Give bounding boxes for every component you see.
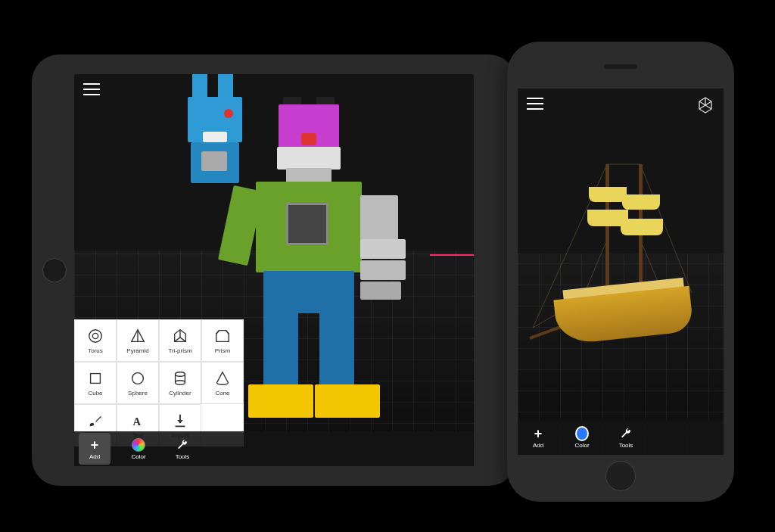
prism-icon bbox=[214, 328, 231, 344]
torus-icon bbox=[87, 328, 104, 344]
cylinder-icon bbox=[172, 370, 188, 387]
cone-icon bbox=[214, 370, 231, 387]
shape-triprism[interactable]: Tri-prism bbox=[159, 319, 201, 362]
shape-label: Cube bbox=[88, 390, 102, 397]
pyramid-icon bbox=[129, 328, 146, 344]
tablet-screen: Torus Pyramid Tri-prism Prism Cube Spher… bbox=[74, 74, 474, 466]
tool-label: Add bbox=[533, 442, 543, 449]
text-icon: A bbox=[129, 412, 146, 429]
import-icon bbox=[172, 412, 188, 429]
shape-sphere[interactable]: Sphere bbox=[117, 362, 159, 404]
color-button[interactable]: Color bbox=[566, 422, 598, 453]
svg-rect-2 bbox=[91, 373, 101, 383]
shape-cube[interactable]: Cube bbox=[74, 362, 117, 404]
app-logo-icon[interactable] bbox=[696, 96, 714, 114]
shape-cylinder[interactable]: Cylinder bbox=[159, 362, 201, 404]
shape-label: Tri-prism bbox=[168, 347, 191, 354]
plus-icon: + bbox=[531, 427, 545, 440]
add-button[interactable]: + Add bbox=[79, 433, 110, 465]
shape-label: Cylinder bbox=[169, 390, 191, 397]
tools-button[interactable]: Tools bbox=[167, 433, 198, 465]
shape-label: Pyramid bbox=[126, 347, 148, 354]
model-ship[interactable] bbox=[533, 134, 708, 376]
tools-button[interactable]: Tools bbox=[610, 422, 642, 453]
menu-icon[interactable] bbox=[83, 83, 100, 95]
svg-point-4 bbox=[176, 372, 185, 376]
shape-prism[interactable]: Prism bbox=[201, 319, 244, 362]
color-wheel-icon bbox=[132, 438, 145, 452]
shape-cone[interactable]: Cone bbox=[201, 362, 244, 404]
svg-point-3 bbox=[132, 372, 144, 384]
shape-label: Sphere bbox=[128, 390, 148, 397]
tool-label: Color bbox=[131, 453, 145, 460]
shape-label: Torus bbox=[88, 347, 103, 354]
svg-text:A: A bbox=[133, 415, 142, 427]
tablet-home-button[interactable] bbox=[42, 258, 67, 282]
shape-palette: Torus Pyramid Tri-prism Prism Cube Spher… bbox=[74, 319, 244, 446]
shape-label: Prism bbox=[215, 347, 230, 354]
svg-point-1 bbox=[92, 333, 98, 338]
tablet-device: Torus Pyramid Tri-prism Prism Cube Spher… bbox=[32, 54, 516, 486]
shape-label: Cone bbox=[215, 390, 229, 397]
color-swatch-icon bbox=[575, 427, 589, 440]
triprism-icon bbox=[172, 328, 188, 344]
shape-torus[interactable]: Torus bbox=[74, 319, 117, 362]
phone-home-button[interactable] bbox=[605, 461, 636, 491]
phone-speaker bbox=[604, 64, 637, 69]
cube-icon bbox=[87, 370, 104, 387]
toolbar: + Add Color Tools bbox=[518, 420, 724, 455]
add-button[interactable]: + Add bbox=[522, 422, 554, 453]
sphere-icon bbox=[129, 370, 146, 387]
wrench-icon bbox=[176, 438, 189, 452]
tool-label: Tools bbox=[176, 453, 190, 460]
svg-point-5 bbox=[176, 380, 185, 384]
color-button[interactable]: Color bbox=[123, 433, 154, 465]
tool-label: Tools bbox=[619, 442, 633, 449]
shape-pyramid[interactable]: Pyramid bbox=[117, 319, 159, 362]
phone-screen: + Add Color Tools bbox=[518, 89, 724, 455]
ship-rigging bbox=[533, 134, 708, 376]
wrench-icon bbox=[619, 427, 633, 440]
svg-point-0 bbox=[89, 329, 102, 342]
menu-icon[interactable] bbox=[527, 98, 543, 110]
brush-icon bbox=[87, 412, 104, 429]
tool-label: Color bbox=[574, 442, 589, 449]
toolbar: + Add Color Tools bbox=[74, 431, 474, 466]
tool-label: Add bbox=[89, 453, 100, 460]
phone-device: + Add Color Tools bbox=[507, 42, 734, 502]
plus-icon: + bbox=[88, 438, 101, 452]
